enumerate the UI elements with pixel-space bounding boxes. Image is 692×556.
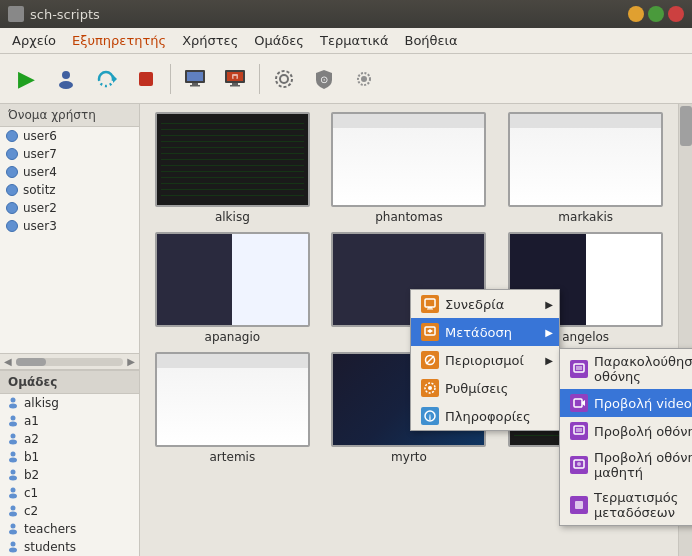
users-list: user6 user7 user4 sotitz user2 user3 (0, 127, 139, 353)
users-scrollbar[interactable]: ◀ ▶ (0, 353, 139, 370)
context-menu: Συνεδρία Μετάδοση (410, 289, 560, 431)
sidebar-item-user3[interactable]: user3 (0, 217, 139, 235)
svg-rect-11 (230, 85, 240, 87)
group-name: a2 (24, 432, 39, 446)
submenu-item-stop-broadcast[interactable]: Τερματισμός μεταδόσεων (560, 485, 692, 525)
sidebar-item-user2[interactable]: user2 (0, 199, 139, 217)
thumbnail-label: alkisg (215, 210, 250, 224)
stop-button[interactable] (128, 61, 164, 97)
context-menu-session[interactable]: Συνεδρία (411, 290, 559, 318)
groups-header-label: Ομάδες (8, 375, 57, 389)
svg-point-22 (9, 422, 17, 427)
thumbnail-artemis[interactable]: artemis (148, 352, 317, 464)
user-name: user3 (23, 219, 57, 233)
sidebar-item-sotitz[interactable]: sotitz (0, 181, 139, 199)
user-name: user2 (23, 201, 57, 215)
screen-preview (510, 114, 661, 205)
sidebar-group-c1[interactable]: c1 (0, 484, 139, 502)
submenu-item-label: Προβολή οθόνης μαθητή (594, 450, 692, 480)
thumbnail-apanagio[interactable]: apanagio (148, 232, 317, 344)
monitor-button[interactable] (177, 61, 213, 97)
scroll-thumb (16, 358, 46, 366)
context-menu-broadcast[interactable]: Μετάδοση Παρακολούθηση οθόνης (411, 318, 559, 346)
context-menu-settings[interactable]: Ρυθμίσεις (411, 374, 559, 402)
screen-preview (333, 114, 484, 205)
groups-list: alkisg a1 a2 b (0, 394, 139, 556)
maximize-button[interactable] (648, 6, 664, 22)
menu-terminals[interactable]: Τερματικά (312, 30, 397, 51)
user-button[interactable] (48, 61, 84, 97)
group-icon (6, 396, 20, 410)
sidebar-group-c2[interactable]: c2 (0, 502, 139, 520)
svg-rect-5 (187, 72, 203, 81)
user-status-dot (6, 130, 18, 142)
svg-point-33 (11, 524, 16, 529)
submenu-student-icon (570, 456, 588, 474)
thumbnail-label: markakis (558, 210, 613, 224)
context-item-label: Μετάδοση (445, 325, 512, 340)
toolbar-separator-2 (259, 64, 260, 94)
sidebar-group-b1[interactable]: b1 (0, 448, 139, 466)
thumbnail-label: angelos (562, 330, 609, 344)
sidebar-item-user6[interactable]: user6 (0, 127, 139, 145)
sidebar-group-b2[interactable]: b2 (0, 466, 139, 484)
context-menu-overlay: Συνεδρία Μετάδοση (410, 289, 560, 431)
user-name: user6 (23, 129, 57, 143)
submenu-item-video[interactable]: Προβολή video (560, 389, 692, 417)
submenu-item-student-screen[interactable]: Προβολή οθόνης μαθητή (560, 445, 692, 485)
user-name: user7 (23, 147, 57, 161)
sidebar-item-user4[interactable]: user4 (0, 163, 139, 181)
svg-point-15 (276, 71, 292, 87)
minimize-button[interactable] (628, 6, 644, 22)
sidebar-item-user7[interactable]: user7 (0, 145, 139, 163)
settings-button[interactable] (266, 61, 302, 97)
scroll-left-arrow[interactable]: ◀ (4, 356, 12, 367)
shield-button[interactable]: ⊙ (306, 61, 342, 97)
svg-rect-37 (425, 299, 435, 307)
group-icon (6, 486, 20, 500)
menu-server[interactable]: Εξυπηρετητής (64, 30, 174, 51)
svg-point-24 (9, 440, 17, 445)
sidebar-group-a2[interactable]: a2 (0, 430, 139, 448)
group-icon (6, 432, 20, 446)
svg-rect-10 (232, 83, 238, 85)
context-menu-info[interactable]: i Πληροφορίες (411, 402, 559, 430)
svg-point-48 (577, 462, 581, 466)
restrictions-icon (421, 351, 439, 369)
submenu-item-screen[interactable]: Προβολή οθόνης (560, 417, 692, 445)
scroll-track[interactable] (16, 358, 124, 366)
sidebar-group-students[interactable]: students (0, 538, 139, 556)
gear-button[interactable] (346, 61, 382, 97)
sidebar-group-a1[interactable]: a1 (0, 412, 139, 430)
submenu-screen-icon (570, 422, 588, 440)
thumbnail-label: apanagio (205, 330, 261, 344)
screen-artemis (155, 352, 310, 447)
submenu-item-monitor[interactable]: Παρακολούθηση οθόνης (560, 349, 692, 389)
thumbnail-markakis[interactable]: markakis (501, 112, 670, 224)
gear-icon (353, 68, 375, 90)
menu-file[interactable]: Αρχείο (4, 30, 64, 51)
sidebar-group-alkisg[interactable]: alkisg (0, 394, 139, 412)
start-button[interactable]: ▶ (8, 61, 44, 97)
thumbnail-phantomas[interactable]: phantomas (325, 112, 494, 224)
sidebar-group-teachers[interactable]: teachers (0, 520, 139, 538)
screen-markakis (508, 112, 663, 207)
lock-monitor-button[interactable] (217, 61, 253, 97)
menu-users[interactable]: Χρήστες (174, 30, 246, 51)
refresh-button[interactable] (88, 61, 124, 97)
scroll-right-arrow[interactable]: ▶ (127, 356, 135, 367)
svg-point-31 (11, 506, 16, 511)
svg-marker-2 (113, 75, 117, 83)
group-name: c2 (24, 504, 38, 518)
close-button[interactable] (668, 6, 684, 22)
menu-groups[interactable]: Ομάδες (246, 30, 312, 51)
menu-help[interactable]: Βοήθεια (396, 30, 465, 51)
svg-point-26 (9, 458, 17, 463)
svg-rect-42 (576, 366, 582, 370)
svg-point-1 (59, 81, 73, 89)
main-area: Όνομα χρήστη user6 user7 user4 sotitz us… (0, 104, 692, 556)
svg-point-21 (11, 416, 16, 421)
context-menu-restrictions[interactable]: Περιορισμοί (411, 346, 559, 374)
thumbnail-alkisg[interactable]: alkisg (148, 112, 317, 224)
svg-point-23 (11, 434, 16, 439)
